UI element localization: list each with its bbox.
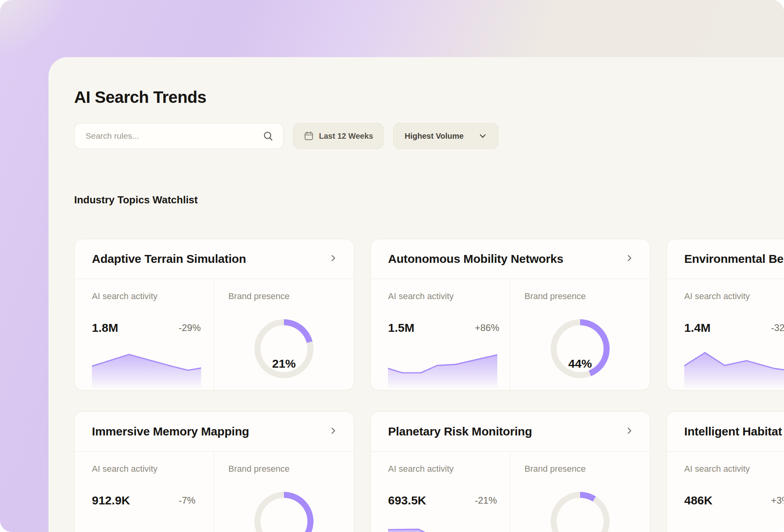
chevron-right-icon[interactable] (329, 253, 338, 264)
sort-dropdown-label: Highest Volume (405, 132, 464, 141)
controls-row: Last 12 Weeks Highest Volume (74, 123, 784, 149)
brand-label: Brand presence (228, 291, 354, 302)
card-title: Environmental Beh (684, 252, 784, 266)
activity-panel: AI search activity 693.5K -21% (371, 452, 510, 532)
topic-card: Intelligent Habitat AI search activity 4… (666, 411, 784, 532)
activity-value: 693.5K (388, 494, 426, 507)
calendar-icon (304, 131, 314, 141)
card-header[interactable]: Intelligent Habitat (667, 412, 784, 452)
chevron-right-icon[interactable] (329, 426, 338, 437)
chevron-down-icon (478, 132, 487, 140)
topic-card: Autonomous Mobility Networks AI search a… (370, 239, 650, 391)
activity-value: 486K (684, 494, 713, 507)
brand-donut-value: 9% (551, 530, 610, 532)
activity-panel: AI search activity 1.4M -32% (667, 279, 784, 391)
activity-change: +86% (475, 320, 499, 336)
chevron-right-icon[interactable] (625, 426, 634, 437)
activity-label: AI search activity (92, 291, 214, 302)
brand-label: Brand presence (525, 463, 650, 474)
topic-card: Immersive Memory Mapping AI search activ… (74, 411, 354, 532)
app-background: AI Search Trends (0, 0, 784, 532)
activity-sparkline (388, 523, 497, 532)
activity-label: AI search activity (684, 463, 784, 474)
card-title: Immersive Memory Mapping (92, 425, 249, 438)
date-range-label: Last 12 Weeks (319, 132, 373, 141)
section-heading: Industry Topics Watchlist (74, 193, 784, 206)
activity-sparkline (684, 523, 784, 532)
activity-label: AI search activity (388, 463, 510, 474)
brand-panel: Brand presence 9% (510, 452, 650, 532)
activity-panel: AI search activity 1.8M -29% (75, 279, 214, 391)
main-panel: AI Search Trends (49, 57, 784, 532)
topic-card: Planetary Risk Monitoring AI search acti… (370, 411, 650, 532)
activity-change: +3% (771, 493, 784, 508)
card-title: Intelligent Habitat (684, 425, 782, 438)
activity-value: 1.4M (684, 321, 711, 334)
search-input[interactable] (85, 131, 263, 141)
brand-donut-chart (254, 492, 314, 532)
activity-label: AI search activity (92, 463, 214, 474)
card-header[interactable]: Environmental Beh (667, 239, 784, 279)
card-title: Adaptive Terrain Simulation (92, 252, 246, 266)
activity-change: -21% (475, 493, 497, 508)
activity-panel: AI search activity 912.9K -7% (75, 452, 214, 532)
brand-donut-value: 21% (254, 357, 314, 370)
brand-panel: Brand presence 41% (214, 452, 354, 532)
brand-panel: Brand presence 44% (510, 279, 650, 391)
activity-sparkline (388, 351, 497, 389)
activity-value: 912.9K (92, 494, 130, 507)
activity-sparkline (684, 351, 784, 389)
search-box[interactable] (74, 123, 284, 149)
card-title: Planetary Risk Monitoring (388, 425, 532, 438)
brand-donut-value: 44% (551, 357, 610, 370)
brand-label: Brand presence (525, 291, 650, 302)
page-title: AI Search Trends (74, 87, 784, 107)
activity-panel: AI search activity 1.5M +86% (371, 279, 510, 391)
activity-label: AI search activity (684, 291, 784, 302)
card-title: Autonomous Mobility Networks (388, 252, 563, 266)
brand-donut-chart (551, 492, 610, 532)
activity-value: 1.8M (92, 321, 118, 334)
card-header[interactable]: Immersive Memory Mapping (75, 412, 354, 452)
topic-card: Adaptive Terrain Simulation AI search ac… (74, 239, 354, 391)
activity-sparkline (92, 351, 201, 389)
brand-label: Brand presence (228, 463, 354, 474)
card-header[interactable]: Planetary Risk Monitoring (371, 412, 650, 452)
activity-change: -7% (179, 493, 196, 508)
activity-label: AI search activity (388, 291, 510, 302)
brand-panel: Brand presence 21% (214, 279, 354, 391)
chevron-right-icon[interactable] (625, 253, 634, 264)
date-range-button[interactable]: Last 12 Weeks (293, 123, 384, 149)
topic-card: Environmental Beh AI search activity 1.4… (666, 239, 784, 391)
activity-change: -32% (771, 320, 784, 336)
card-header[interactable]: Adaptive Terrain Simulation (75, 239, 354, 279)
card-header[interactable]: Autonomous Mobility Networks (371, 239, 650, 279)
activity-value: 1.5M (388, 321, 414, 334)
cards-grid: Adaptive Terrain Simulation AI search ac… (74, 239, 784, 532)
activity-panel: AI search activity 486K +3% (667, 452, 784, 532)
activity-change: -29% (179, 320, 201, 336)
activity-sparkline (92, 523, 201, 532)
sort-dropdown[interactable]: Highest Volume (393, 123, 498, 149)
brand-donut-value: 41% (254, 530, 314, 532)
search-icon (263, 130, 274, 141)
